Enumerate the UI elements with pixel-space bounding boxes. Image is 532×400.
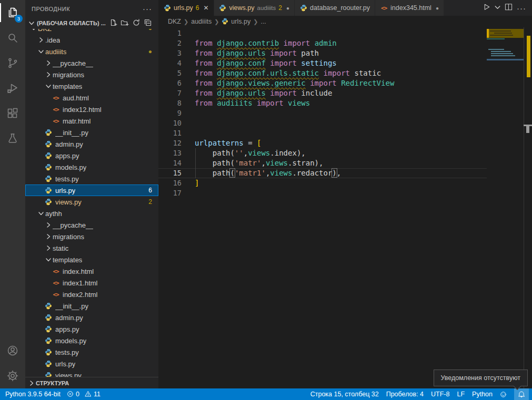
new-file-icon[interactable]: [109, 18, 117, 28]
tree-item-migrations[interactable]: migrations: [25, 231, 158, 242]
new-folder-icon[interactable]: [121, 18, 129, 28]
code-line[interactable]: 11: [158, 128, 487, 138]
outline-section-header[interactable]: СТРУКТУРА: [25, 377, 158, 388]
modified-dot-icon[interactable]: ●: [436, 5, 439, 11]
tree-item-views-py[interactable]: views.py: [25, 370, 158, 377]
tree-item-label: migrations: [53, 233, 84, 241]
activity-search-icon[interactable]: [0, 25, 25, 50]
breadcrumb-item[interactable]: DKZ: [168, 18, 181, 25]
editor-more-icon[interactable]: ···: [515, 4, 528, 13]
activity-settings-icon[interactable]: [0, 363, 25, 388]
tree-item-templates[interactable]: templates: [25, 80, 158, 92]
tab-index345-html[interactable]: <>index345.html●: [375, 0, 444, 16]
close-icon[interactable]: ✕: [204, 4, 209, 12]
tree-item-static[interactable]: static: [25, 242, 158, 254]
activity-source-control-icon[interactable]: [0, 50, 25, 76]
activity-run-debug-icon[interactable]: [0, 76, 25, 101]
tree-item--idea[interactable]: .idea: [25, 34, 158, 46]
encoding-item[interactable]: UTF-8: [431, 388, 449, 400]
code-line[interactable]: 6from django.views.generic import Redire…: [158, 78, 487, 88]
tree-item--pycache-[interactable]: __pycache__: [25, 219, 158, 231]
line-number: 11: [158, 128, 182, 138]
notifications-bell-icon[interactable]: [514, 388, 529, 400]
error-icon: [67, 391, 74, 398]
tab-description: audiiits: [257, 5, 276, 11]
code-line[interactable]: 17: [158, 188, 487, 198]
status-bar: Python 3.9.5 64-bit 0 11 Строка 15, стол…: [0, 388, 532, 400]
activity-account-icon[interactable]: [0, 338, 25, 363]
breadcrumb-item[interactable]: audiiits: [191, 18, 212, 25]
code-line[interactable]: 14 path('matr',views.stran),: [158, 158, 487, 168]
tree-item-aythh[interactable]: aythh: [25, 208, 158, 219]
run-button[interactable]: [482, 3, 491, 14]
code-line[interactable]: 3from django.urls import path: [158, 48, 487, 58]
feedback-icon[interactable]: [500, 388, 507, 400]
tree-item-models-py[interactable]: models.py: [25, 335, 158, 346]
minimap[interactable]: [487, 27, 524, 388]
tree-item-views-py[interactable]: views.py2: [25, 196, 158, 208]
tree-item-index-html[interactable]: <>index.html: [25, 265, 158, 277]
tab-urls-py[interactable]: urls.py6✕: [158, 0, 214, 16]
tree-item-index2-html[interactable]: <>index2.html: [25, 289, 158, 300]
code-line[interactable]: 10: [158, 118, 487, 128]
tab-database-roouter-py[interactable]: database_roouter.py: [295, 0, 375, 16]
code-line[interactable]: 2from django.contrib import admin: [158, 38, 487, 48]
eol-item[interactable]: LF: [457, 388, 465, 400]
code-line[interactable]: 4from django.conf import settings: [158, 58, 487, 68]
activity-testing-icon[interactable]: [0, 126, 25, 151]
tree-item-admin-py[interactable]: admin.py: [25, 138, 158, 150]
tree-item-tests-py[interactable]: tests.py: [25, 173, 158, 184]
html-file-icon: <>: [52, 94, 60, 102]
language-mode-item[interactable]: Python: [472, 388, 493, 400]
collapse-all-icon[interactable]: [144, 18, 152, 28]
tree-item-tests-py[interactable]: tests.py: [25, 346, 158, 358]
tree-item-models-py[interactable]: models.py: [25, 161, 158, 173]
problems-item[interactable]: 0 11: [67, 388, 101, 400]
code-line[interactable]: 7from django.urls import include: [158, 88, 487, 98]
python-interpreter-item[interactable]: Python 3.9.5 64-bit: [5, 388, 61, 400]
breadcrumb-item[interactable]: urls.py: [222, 18, 250, 25]
code-line[interactable]: 8from audiiits import views: [158, 98, 487, 108]
cursor-position-item[interactable]: Строка 15, столбец 32: [310, 388, 379, 400]
editor-scrollbar[interactable]: [524, 27, 532, 388]
code-editor[interactable]: 12from django.contrib import admin3from …: [158, 27, 532, 388]
code-line[interactable]: 5from django.conf.urls.static import sta…: [158, 68, 487, 78]
activity-explorer-icon[interactable]: 3: [0, 0, 25, 25]
tree-item-index1-html[interactable]: <>index1.html: [25, 277, 158, 289]
tree-item-index12-html[interactable]: <>index12.html: [25, 104, 158, 115]
code-line[interactable]: 1: [158, 28, 487, 38]
tree-item-audiiits[interactable]: audiiits●: [25, 46, 158, 57]
tree-item-matr-html[interactable]: <>matr.html: [25, 115, 158, 127]
code-line[interactable]: 12urlpatterns = [: [158, 138, 487, 148]
code-line[interactable]: 16]: [158, 178, 487, 188]
line-number: 10: [158, 118, 182, 128]
tree-item-admin-py[interactable]: admin.py: [25, 312, 158, 323]
sidebar-more-icon[interactable]: ···: [143, 4, 152, 13]
code-line[interactable]: 9: [158, 108, 487, 118]
breadcrumb-item[interactable]: ...: [260, 18, 266, 25]
code-line[interactable]: 13 path('',views.index),: [158, 148, 487, 158]
activity-extensions-icon[interactable]: [0, 101, 25, 126]
tree-item-urls-py[interactable]: urls.py: [25, 358, 158, 370]
run-dropdown-icon[interactable]: [493, 3, 502, 14]
tree-item-apps-py[interactable]: apps.py: [25, 150, 158, 161]
tab-views-py[interactable]: views.pyaudiiits2●: [214, 0, 295, 16]
split-editor-icon[interactable]: [504, 3, 513, 14]
line-number: 5: [158, 68, 182, 78]
workspace-section-header[interactable]: (РАБОЧАЯ ОБЛАСТЬ) ...: [25, 17, 158, 29]
tree-item-urls-py[interactable]: urls.py6: [25, 184, 158, 196]
tree-item--pycache-[interactable]: __pycache__: [25, 57, 158, 69]
refresh-icon[interactable]: [132, 18, 140, 28]
tree-item-apps-py[interactable]: apps.py: [25, 323, 158, 335]
tree-item--init-py[interactable]: __init__.py: [25, 127, 158, 138]
code-text: [182, 188, 195, 198]
tree-item-aud-html[interactable]: <>aud.html: [25, 92, 158, 104]
code-line[interactable]: 15 path('matr1',views.redactor),: [158, 168, 487, 178]
tree-item-templates[interactable]: templates: [25, 254, 158, 265]
tree-item-migrations[interactable]: migrations: [25, 69, 158, 80]
tree-item-dkz[interactable]: DKZ●: [25, 29, 158, 34]
minimap-block: [487, 38, 505, 39]
indentation-item[interactable]: Пробелов: 4: [386, 388, 424, 400]
tree-item--init-py[interactable]: __init__.py: [25, 300, 158, 312]
modified-dot-icon[interactable]: ●: [286, 5, 289, 11]
